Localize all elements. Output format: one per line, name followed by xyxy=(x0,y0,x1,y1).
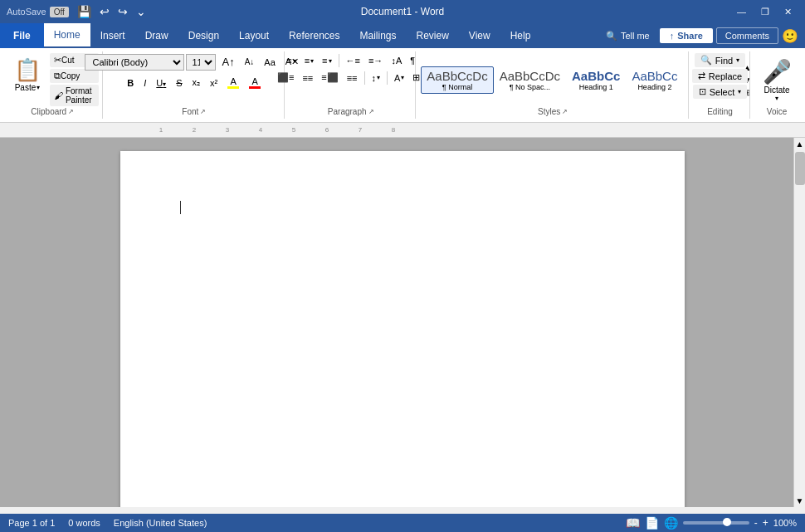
read-mode-button[interactable]: 📖 xyxy=(626,516,640,530)
sort-button[interactable]: ↕A xyxy=(388,53,405,68)
multilevel-dropdown[interactable]: ▾ xyxy=(329,57,332,65)
zoom-in-button[interactable]: + xyxy=(763,517,768,529)
customize-qat-button[interactable]: ⌄ xyxy=(133,3,149,20)
menu-item-view[interactable]: View xyxy=(459,23,500,48)
web-layout-button[interactable]: 🌐 xyxy=(664,516,678,530)
numbering-button[interactable]: ≡▾ xyxy=(301,53,317,68)
dictate-dropdown[interactable]: ▾ xyxy=(775,95,778,102)
menu-item-home[interactable]: Home xyxy=(44,23,90,48)
print-layout-button[interactable]: 📄 xyxy=(645,516,659,530)
restore-button[interactable]: ❐ xyxy=(754,5,776,19)
undo-button[interactable]: ↩ xyxy=(96,3,113,20)
subscript-button[interactable]: x₂ xyxy=(188,75,205,90)
paragraph-label[interactable]: Paragraph ↗ xyxy=(290,106,412,117)
language-indicator[interactable]: English (United States) xyxy=(114,518,207,528)
bullets-button[interactable]: ≡▾ xyxy=(283,53,299,68)
text-highlight-button[interactable]: A xyxy=(223,74,243,91)
font-expand-icon[interactable]: ↗ xyxy=(200,108,206,115)
dictate-button[interactable]: 🎤 Dictate ▾ xyxy=(763,58,792,102)
underline-button[interactable]: U▾ xyxy=(152,76,170,90)
cut-icon: ✂ xyxy=(54,55,61,66)
underline-dropdown[interactable]: ▾ xyxy=(163,81,166,88)
zoom-out-button[interactable]: - xyxy=(754,517,758,529)
styles-expand-icon[interactable]: ↗ xyxy=(562,108,568,115)
grow-font-button[interactable]: A↑ xyxy=(217,53,238,71)
emoji-button[interactable]: 🙂 xyxy=(782,28,798,44)
font-family-select[interactable]: Calibri (Body) xyxy=(85,54,184,71)
select-button[interactable]: ⊡ Select ▾ xyxy=(693,85,748,99)
menu-item-mailings[interactable]: Mailings xyxy=(349,23,406,48)
tell-me-button[interactable]: 🔍 Tell me xyxy=(599,29,656,43)
find-button[interactable]: 🔍 Find ▾ xyxy=(695,53,745,67)
document-page[interactable] xyxy=(120,151,685,507)
autosave-toggle[interactable]: Off xyxy=(50,7,69,17)
clipboard-expand-icon[interactable]: ↗ xyxy=(68,108,74,115)
para-sep-3 xyxy=(387,71,388,85)
page-indicator[interactable]: Page 1 of 1 xyxy=(8,518,55,528)
numbering-dropdown[interactable]: ▾ xyxy=(310,57,314,65)
menu-item-insert[interactable]: Insert xyxy=(90,23,135,48)
editing-label: Editing xyxy=(694,106,746,117)
italic-button[interactable]: I xyxy=(139,76,150,90)
find-dropdown[interactable]: ▾ xyxy=(736,56,739,64)
line-spacing-dropdown[interactable]: ▾ xyxy=(377,74,380,81)
increase-indent-button[interactable]: ≡→ xyxy=(365,53,386,68)
change-case-button[interactable]: Aa xyxy=(260,55,279,70)
paste-button[interactable]: 📋 Paste ▾ xyxy=(7,53,48,96)
align-left-button[interactable]: ⬛≡ xyxy=(274,70,297,85)
minimize-button[interactable]: — xyxy=(730,5,753,18)
styles-label[interactable]: Styles ↗ xyxy=(421,106,685,117)
superscript-button[interactable]: x² xyxy=(206,76,222,90)
multilevel-button[interactable]: ≡▾ xyxy=(319,53,334,68)
redo-button[interactable]: ↪ xyxy=(115,3,131,20)
align-center-button[interactable]: ≡≡ xyxy=(299,71,316,85)
share-button[interactable]: ↑ Share xyxy=(660,28,713,43)
strikethrough-button[interactable]: S xyxy=(172,76,186,90)
line-spacing-button[interactable]: ↕▾ xyxy=(368,71,384,85)
copy-button[interactable]: ⧉ Copy xyxy=(50,69,99,83)
comments-button[interactable]: Comments xyxy=(716,27,778,44)
highlight-color-bar xyxy=(227,86,239,89)
font-size-select[interactable]: 11 xyxy=(186,54,216,71)
shrink-font-button[interactable]: A↓ xyxy=(241,55,259,69)
scroll-up-button[interactable]: ▲ xyxy=(794,138,805,150)
menu-item-review[interactable]: Review xyxy=(407,23,459,48)
menu-item-draw[interactable]: Draw xyxy=(135,23,178,48)
clipboard-label[interactable]: Clipboard ↗ xyxy=(7,106,99,117)
menu-item-help[interactable]: Help xyxy=(500,23,541,48)
scroll-thumb[interactable] xyxy=(795,152,805,185)
menu-item-file[interactable]: File xyxy=(0,23,44,48)
bullets-dropdown[interactable]: ▾ xyxy=(293,57,296,65)
zoom-slider[interactable] xyxy=(683,521,749,525)
paste-dropdown-icon[interactable]: ▾ xyxy=(37,84,40,91)
scroll-down-button[interactable]: ▼ xyxy=(794,495,805,507)
menu-item-design[interactable]: Design xyxy=(178,23,229,48)
menu-item-references[interactable]: References xyxy=(279,23,349,48)
style-no-spacing-label: ¶ No Spac... xyxy=(510,83,550,91)
style-heading1[interactable]: AaBbCc Heading 1 xyxy=(566,66,626,94)
show-marks-button[interactable]: ¶ xyxy=(407,53,418,68)
font-label[interactable]: Font ↗ xyxy=(108,106,281,117)
style-no-spacing[interactable]: AaBbCcDc ¶ No Spac... xyxy=(494,66,566,94)
zoom-level[interactable]: 100% xyxy=(773,518,797,528)
paragraph-expand-icon[interactable]: ↗ xyxy=(368,108,374,115)
format-painter-button[interactable]: 🖌 Format Painter xyxy=(50,85,99,106)
menu-item-layout[interactable]: Layout xyxy=(229,23,279,48)
close-button[interactable]: ✕ xyxy=(778,5,798,19)
vertical-scrollbar[interactable]: ▲ ▼ xyxy=(793,138,805,507)
decrease-indent-button[interactable]: ←≡ xyxy=(343,53,363,68)
select-dropdown[interactable]: ▾ xyxy=(738,88,741,95)
font-row-1: Calibri (Body) 11 A↑ A↓ Aa A✕ xyxy=(85,53,303,71)
justify-button[interactable]: ≡≡ xyxy=(344,71,361,85)
font-color-button[interactable]: A xyxy=(245,74,265,91)
shading-dropdown[interactable]: ▾ xyxy=(401,74,404,81)
bold-button[interactable]: B xyxy=(123,76,138,90)
replace-button[interactable]: ⇄ Replace xyxy=(692,69,748,83)
shading-button[interactable]: A▾ xyxy=(391,71,407,85)
word-count[interactable]: 0 words xyxy=(68,518,100,528)
autosave-indicator[interactable]: AutoSave Off xyxy=(7,7,69,17)
save-button[interactable]: 💾 xyxy=(74,3,95,20)
style-heading2[interactable]: AaBbCc Heading 2 xyxy=(626,66,683,94)
style-normal[interactable]: AaBbCcDc ¶ Normal xyxy=(421,66,493,94)
align-right-button[interactable]: ≡⬛ xyxy=(318,70,341,85)
